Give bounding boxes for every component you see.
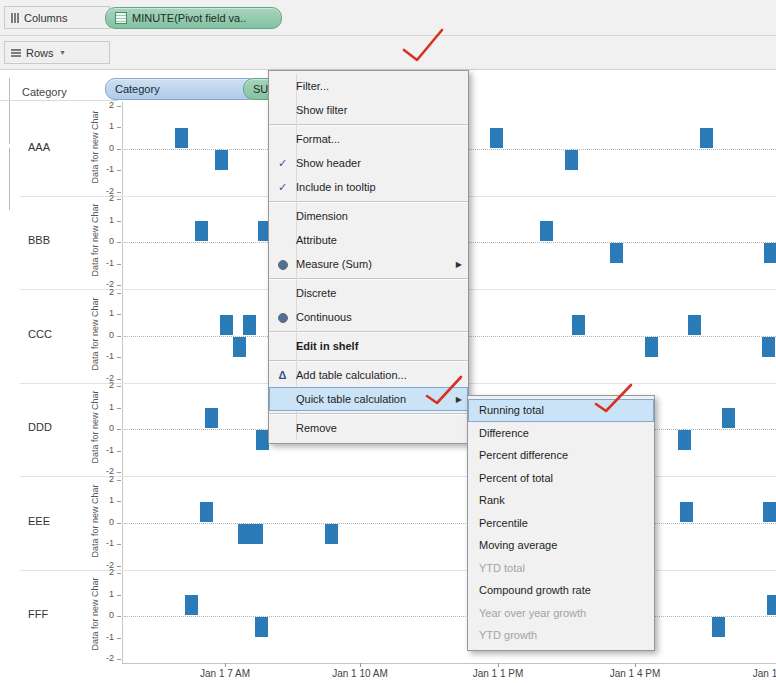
row-header-fff[interactable]: FFF [28,608,48,620]
y-tick-mark [117,544,121,545]
menu-item-include-in-tooltip[interactable]: ✓Include in tooltip [269,175,468,199]
y-tick-mark [117,199,121,200]
y-tick-label: 0 [96,423,114,433]
menu-item-label: Percent of total [479,472,654,484]
menu-item-percent-difference[interactable]: Percent difference [468,444,654,467]
row-header-aaa[interactable]: AAA [28,141,50,153]
y-tick-mark [117,595,121,596]
gantt-bar[interactable] [325,524,338,544]
menu-item-label: Attribute [296,234,468,246]
menu-item-label: Add table calculation... [296,369,468,381]
menu-item-filter[interactable]: Filter... [269,74,468,98]
menu-item-percent-of-total[interactable]: Percent of total [468,467,654,490]
field-context-menu: Filter...Show filterFormat...✓Show heade… [268,70,469,444]
x-tick-mark [635,663,636,667]
menu-item-continuous[interactable]: Continuous [269,305,468,329]
y-tick-label: 2 [96,100,114,110]
gantt-bar[interactable] [185,595,198,615]
y-tick-label: 2 [96,287,114,297]
menu-item-moving-average[interactable]: Moving average [468,534,654,557]
x-axis-label: Jan 1 1 PM [453,668,543,679]
menu-item-show-filter[interactable]: Show filter [269,98,468,122]
y-tick-label: 0 [96,330,114,340]
row-header-ddd[interactable]: DDD [28,421,52,433]
menu-item-attribute[interactable]: Attribute [269,228,468,252]
y-tick-mark [117,264,121,265]
menu-separator [269,201,468,202]
gantt-bar[interactable] [722,408,735,428]
menu-separator [269,331,468,332]
gantt-bar[interactable] [700,128,713,148]
zero-gridline [124,523,776,524]
gantt-bar[interactable] [250,524,263,544]
menu-item-label: Moving average [479,539,654,551]
check-icon: ✓ [269,157,296,170]
menu-item-format[interactable]: Format... [269,127,468,151]
gantt-bar[interactable] [680,502,693,522]
gantt-bar[interactable] [565,150,578,170]
gantt-bar[interactable] [712,617,725,637]
menu-item-percentile[interactable]: Percentile [468,512,654,535]
y-tick-mark [117,293,121,294]
menu-item-label: Quick table calculation [296,393,468,405]
menu-item-label: Remove [296,422,468,434]
gantt-bar[interactable] [540,221,553,241]
row-header-bbb[interactable]: BBB [28,234,50,246]
menu-item-compound-growth-rate[interactable]: Compound growth rate [468,579,654,602]
gantt-bar[interactable] [195,221,208,241]
menu-item-label: Format... [296,133,468,145]
quick-table-calc-submenu: Running totalDifferencePercent differenc… [467,395,655,651]
gantt-bar[interactable] [220,315,233,335]
gantt-bar[interactable] [610,243,623,263]
radio-dot-icon [278,313,288,323]
gantt-bar[interactable] [572,315,585,335]
gantt-bar[interactable] [490,128,503,148]
y-tick-mark [117,616,121,617]
menu-item-dimension[interactable]: Dimension [269,204,468,228]
gantt-bar[interactable] [764,243,776,263]
y-tick-mark [117,638,121,639]
menu-item-edit-in-shelf[interactable]: Edit in shelf [269,334,468,358]
gantt-bar[interactable] [678,430,691,450]
x-axis-label: Jan 1 4 PM [590,668,680,679]
gantt-bar[interactable] [688,315,701,335]
row-header-ccc[interactable]: CCC [28,328,52,340]
gantt-bar[interactable] [200,502,213,522]
y-tick-mark [117,106,121,107]
gantt-bar[interactable] [205,408,218,428]
y-tick-mark [117,379,121,380]
gantt-bar[interactable] [767,595,776,615]
row-separator [20,476,776,477]
delta-icon: Δ [269,369,296,381]
menu-item-label: YTD growth [479,629,654,641]
menu-item-discrete[interactable]: Discrete [269,281,468,305]
menu-item-ytd-growth: YTD growth [468,624,654,647]
menu-item-running-total[interactable]: Running total [468,399,654,422]
gantt-bar[interactable] [645,337,658,357]
menu-item-quick-table-calculation[interactable]: Quick table calculation▶ [269,387,468,411]
y-tick-label: 0 [96,517,114,527]
menu-item-rank[interactable]: Rank [468,489,654,512]
x-tick-mark [360,663,361,667]
row-field-header[interactable]: Category [22,86,67,98]
gantt-bar[interactable] [763,502,776,522]
menu-item-difference[interactable]: Difference [468,422,654,445]
menu-item-remove[interactable]: Remove [269,416,468,440]
gantt-bar[interactable] [762,337,775,357]
gantt-bar[interactable] [175,128,188,148]
gantt-bar[interactable] [243,315,256,335]
y-tick-mark [117,314,121,315]
menu-item-add-table-calculation[interactable]: ΔAdd table calculation... [269,363,468,387]
menu-item-measure-sum[interactable]: Measure (Sum)▶ [269,252,468,276]
y-tick-label: -1 [96,351,114,361]
gantt-bar[interactable] [215,150,228,170]
menu-item-label: Difference [479,427,654,439]
y-tick-mark [117,285,121,286]
y-tick-mark [117,501,121,502]
gantt-bar[interactable] [255,617,268,637]
row-header-eee[interactable]: EEE [28,515,50,527]
gantt-bar[interactable] [233,337,246,357]
menu-item-show-header[interactable]: ✓Show header [269,151,468,175]
x-axis-label: Jan 1 7 AM [180,668,270,679]
submenu-arrow-icon: ▶ [456,395,462,404]
